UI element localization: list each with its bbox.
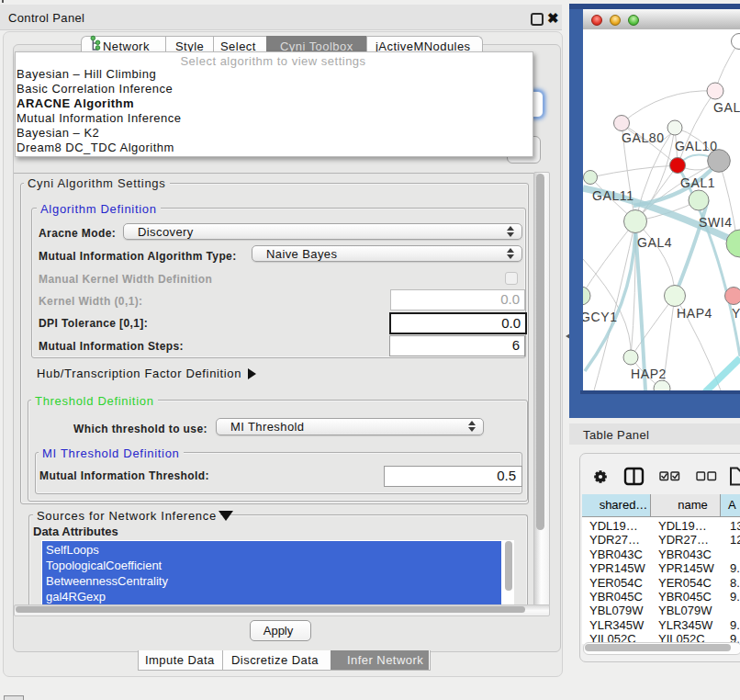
svg-text:HAP2: HAP2 [631, 367, 667, 381]
svg-text:GAL10: GAL10 [675, 139, 718, 153]
svg-text:GAL11: GAL11 [592, 188, 634, 203]
svg-text:GCY1: GCY1 [583, 310, 618, 324]
svg-text:Y: Y [732, 306, 740, 321]
svg-text:GAL80: GAL80 [622, 130, 665, 145]
svg-text:SWI4: SWI4 [699, 215, 733, 230]
svg-text:GAL: GAL [713, 100, 740, 115]
svg-text:HAP4: HAP4 [677, 306, 712, 321]
svg-text:GAL1: GAL1 [680, 175, 715, 190]
svg-text:GAL4: GAL4 [637, 235, 672, 250]
